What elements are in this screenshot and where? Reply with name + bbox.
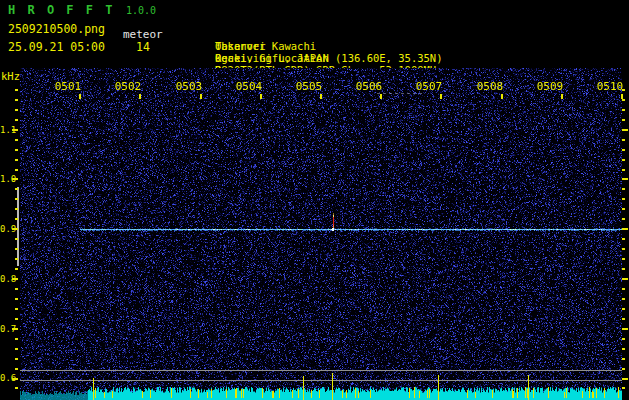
tick [622, 159, 625, 161]
x-axis-label: 0506 [355, 80, 383, 93]
tick [622, 298, 625, 300]
output-filename: 2509210500.png [8, 22, 105, 36]
tick [15, 89, 18, 91]
tick [622, 109, 625, 111]
tick [12, 178, 18, 180]
tick [15, 109, 18, 111]
tick [15, 139, 18, 141]
tick [260, 94, 262, 99]
tick [622, 268, 625, 270]
tick [622, 178, 628, 180]
tick [15, 348, 18, 350]
tick [15, 208, 18, 210]
tick [15, 258, 18, 260]
tick [79, 94, 81, 99]
y-axis-unit: kHz [1, 70, 20, 82]
app-version: 1.0.0 [126, 5, 156, 16]
tick [622, 218, 625, 220]
tick [15, 159, 18, 161]
x-axis-label: 0504 [235, 80, 263, 93]
x-axis-label: 0501 [54, 80, 82, 93]
x-axis-label: 0505 [295, 80, 323, 93]
x-axis-label: 0503 [175, 80, 203, 93]
hrofft-screen: H R O F F T 1.0.0 2509210500.png meteor … [0, 0, 629, 400]
info-value: Takanori Kawachi [215, 40, 316, 52]
x-axis-label: 0510 [596, 80, 624, 93]
tick [622, 198, 625, 200]
tick [621, 94, 623, 99]
tick [622, 308, 625, 310]
tick [622, 358, 625, 360]
tick [15, 308, 18, 310]
tick [622, 318, 625, 320]
tick [622, 119, 625, 121]
tick [622, 139, 625, 141]
tick [200, 94, 202, 99]
tick [12, 328, 18, 330]
tick [15, 169, 18, 171]
tick [622, 149, 625, 151]
tick [561, 94, 563, 99]
x-axis-label: 0507 [415, 80, 443, 93]
tick [622, 348, 625, 350]
station-info: Observer:Takanori Kawachi Receiving Loca… [177, 4, 202, 76]
tick [15, 288, 18, 290]
x-axis-label: 0509 [536, 80, 564, 93]
tick [15, 298, 18, 300]
tick [15, 198, 18, 200]
tick [622, 238, 625, 240]
spectrogram-canvas [20, 68, 622, 400]
tick [12, 278, 18, 280]
tick [15, 99, 18, 101]
tick [501, 94, 503, 99]
tick [12, 228, 18, 230]
x-axis-label: 0508 [476, 80, 504, 93]
tick [320, 94, 322, 99]
tick [622, 378, 628, 380]
tick [622, 129, 628, 131]
tick [15, 268, 18, 270]
tick [15, 238, 18, 240]
tick [15, 338, 18, 340]
tick [622, 338, 625, 340]
app-title: H R O F F T [8, 3, 115, 17]
tick [622, 278, 628, 280]
tick [622, 258, 625, 260]
tick [380, 94, 382, 99]
tick [15, 119, 18, 121]
tick [15, 368, 18, 370]
tick [15, 318, 18, 320]
tick [622, 228, 628, 230]
tick [440, 94, 442, 99]
tick [12, 129, 18, 131]
tick [15, 248, 18, 250]
x-axis-label: 0502 [114, 80, 142, 93]
tick [15, 387, 18, 389]
tick [12, 378, 18, 380]
tick [622, 387, 625, 389]
timestamp: 25.09.21 05:00 [8, 40, 105, 54]
tick [15, 188, 18, 190]
tick [15, 218, 18, 220]
tick [622, 208, 625, 210]
tick [622, 248, 625, 250]
tick [622, 368, 625, 370]
info-value: Ogaki, Gifu, JAPAN (136.60E, 35.35N) [215, 52, 443, 64]
tick [622, 169, 625, 171]
tick [622, 99, 625, 101]
tick [15, 358, 18, 360]
tick [622, 89, 625, 91]
tick [622, 328, 628, 330]
tick [15, 149, 18, 151]
tick [139, 94, 141, 99]
tick [622, 288, 625, 290]
echo-count: 14 [136, 40, 150, 54]
tick [622, 188, 625, 190]
